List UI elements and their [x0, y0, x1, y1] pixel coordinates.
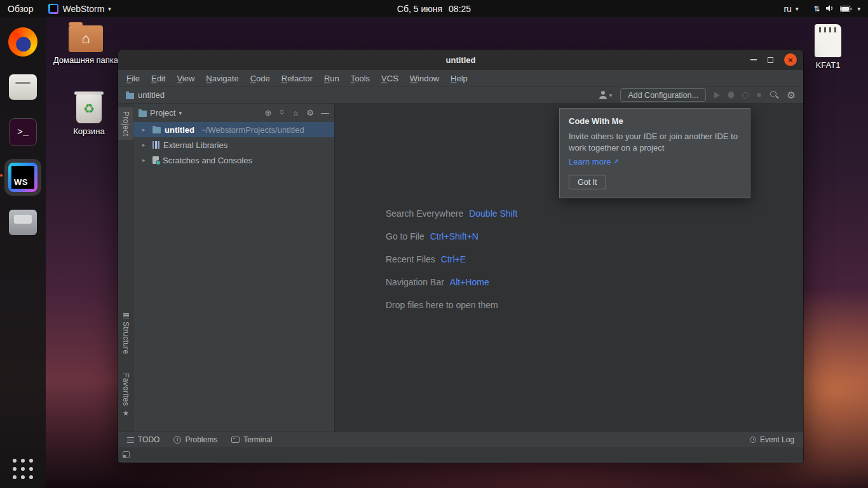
empty-editor-shortcuts: Search Everywhere Double Shift Go to Fil…	[386, 202, 517, 316]
event-log-icon	[750, 437, 756, 443]
desktop-icon-label: Корзина	[73, 126, 105, 136]
app-menu-button[interactable]: WebStorm ▾	[41, 0, 118, 17]
project-panel-title[interactable]: Project	[150, 108, 175, 118]
add-configuration-button[interactable]: Add Configuration...	[620, 88, 706, 102]
drive-icon	[9, 210, 37, 235]
tool-window-toggle-icon[interactable]	[123, 451, 130, 458]
menu-code[interactable]: Code	[245, 72, 276, 85]
breadcrumb[interactable]: untitled	[126, 90, 165, 100]
terminal-icon: >_	[9, 118, 37, 146]
app-menu-label: WebStorm	[62, 4, 104, 14]
close-button[interactable]: ×	[784, 53, 797, 66]
menu-tools[interactable]: Tools	[345, 72, 376, 85]
debug-icon[interactable]	[728, 92, 734, 98]
panel-settings-icon[interactable]: ⚙	[306, 109, 314, 117]
activities-button[interactable]: Обзор	[0, 0, 41, 17]
files-icon	[9, 74, 37, 100]
volume-icon	[825, 4, 834, 14]
breadcrumb-label: untitled	[138, 90, 165, 100]
tree-row-scratches[interactable]: ▸ Scratches and Consoles	[133, 152, 334, 168]
dock-item-files[interactable]	[4, 69, 41, 105]
run-icon[interactable]	[714, 92, 720, 98]
terminal-tool-button[interactable]: Terminal	[231, 435, 272, 444]
learn-more-link[interactable]: Learn more ↗	[569, 157, 619, 166]
dock-item-terminal[interactable]: >_	[4, 114, 41, 151]
problems-icon: !	[173, 436, 181, 444]
problems-tool-button[interactable]: ! Problems	[173, 435, 217, 444]
menu-vcs[interactable]: VCS	[376, 72, 404, 85]
code-with-me-button[interactable]: ▾	[599, 91, 613, 99]
stop-icon[interactable]: ■	[757, 92, 761, 98]
maximize-button[interactable]	[768, 57, 773, 63]
tree-row-project-root[interactable]: ▸ untitled ~/WebstormProjects/untitled	[133, 122, 334, 137]
desktop-icon-label: Домашняя папка	[53, 55, 118, 65]
window-titlebar[interactable]: untitled ×	[118, 50, 803, 70]
usb-card-icon	[815, 24, 841, 57]
desktop-icon-usb[interactable]: KFAT1	[793, 24, 863, 70]
menu-edit[interactable]: Edit	[146, 72, 171, 85]
scratches-icon	[153, 156, 159, 164]
todo-icon	[127, 437, 134, 443]
menu-help[interactable]: Help	[445, 72, 473, 85]
stripe-tab-favorites[interactable]: Favorites ★	[118, 373, 133, 417]
terminal-tool-icon	[231, 437, 240, 443]
locate-file-icon[interactable]: ⊕	[264, 109, 271, 117]
dock-item-webstorm[interactable]: WS	[4, 159, 41, 196]
keyboard-layout-button[interactable]: ru ▾	[776, 0, 806, 17]
menu-bar: File Edit View Navigate Code Refactor Ru…	[118, 70, 803, 87]
system-tray-button[interactable]: ⇅ ▾	[806, 0, 868, 17]
show-applications-button[interactable]	[13, 459, 33, 479]
stripe-tab-project[interactable]: Project	[118, 107, 133, 140]
chevron-right-icon[interactable]: ▸	[142, 142, 149, 148]
chevron-down-icon: ▾	[857, 6, 860, 12]
profiler-icon[interactable]	[742, 92, 749, 98]
got-it-button[interactable]: Got It	[569, 175, 606, 189]
stripe-tab-structure[interactable]: Structure	[118, 313, 133, 354]
project-panel-header: Project ▾ ⊕ ⚙ ―	[133, 104, 334, 122]
tool-window-bar: TODO ! Problems Terminal Event Log	[118, 431, 803, 447]
chevron-down-icon: ▾	[796, 6, 799, 12]
battery-icon	[840, 4, 851, 14]
event-log-button[interactable]: Event Log	[750, 435, 794, 444]
popup-body: Invite others to your IDE or join anothe…	[569, 131, 740, 154]
chevron-right-icon[interactable]: ▸	[142, 157, 149, 163]
clock-button[interactable]: Сб, 5 июня 08:25	[397, 4, 471, 14]
webstorm-icon	[48, 4, 58, 14]
minimize-button[interactable]	[750, 59, 757, 60]
webstorm-icon: WS	[8, 163, 37, 192]
chevron-down-icon[interactable]: ▾	[179, 110, 182, 116]
libraries-icon	[153, 141, 159, 149]
tool-window-stripe: Project Structure Favorites ★	[118, 104, 133, 431]
project-tool-window: Project ▾ ⊕ ⚙ ― ▸ un	[133, 104, 335, 431]
menu-view[interactable]: View	[171, 72, 200, 85]
project-icon	[139, 111, 147, 117]
tree-row-external-libraries[interactable]: ▸ External Libraries	[133, 137, 334, 152]
clock-date: Сб, 5 июня	[397, 4, 442, 14]
star-icon: ★	[123, 409, 129, 417]
menu-navigate[interactable]: Navigate	[200, 72, 244, 85]
menu-refactor[interactable]: Refactor	[276, 72, 318, 85]
external-link-icon: ↗	[613, 158, 618, 166]
clock-time: 08:25	[449, 4, 471, 14]
folder-icon	[126, 93, 134, 99]
desktop-icon-home[interactable]: ⌂ Домашняя папка	[51, 20, 121, 65]
dock-item-firefox[interactable]	[4, 24, 41, 60]
menu-window[interactable]: Window	[404, 72, 445, 85]
window-title: untitled	[446, 55, 476, 65]
collapse-all-icon[interactable]	[292, 108, 299, 118]
status-bar	[118, 447, 803, 461]
settings-gear-icon[interactable]: ⚙	[787, 90, 796, 100]
expand-all-icon[interactable]	[278, 108, 285, 118]
menu-run[interactable]: Run	[318, 72, 345, 85]
menu-file[interactable]: File	[121, 72, 146, 85]
chevron-right-icon[interactable]: ▸	[142, 126, 149, 133]
folder-icon	[153, 127, 161, 133]
code-with-me-popup: Code With Me Invite others to your IDE o…	[559, 108, 750, 198]
desktop-icon-label: KFAT1	[816, 60, 841, 70]
todo-tool-button[interactable]: TODO	[127, 435, 159, 444]
chevron-down-icon: ▾	[108, 6, 111, 12]
search-everywhere-icon[interactable]	[770, 90, 779, 100]
hide-panel-icon[interactable]: ―	[321, 109, 329, 117]
dock-item-usb-drive[interactable]	[4, 204, 41, 241]
desktop-icon-trash[interactable]: ♻ Корзина	[54, 94, 124, 136]
